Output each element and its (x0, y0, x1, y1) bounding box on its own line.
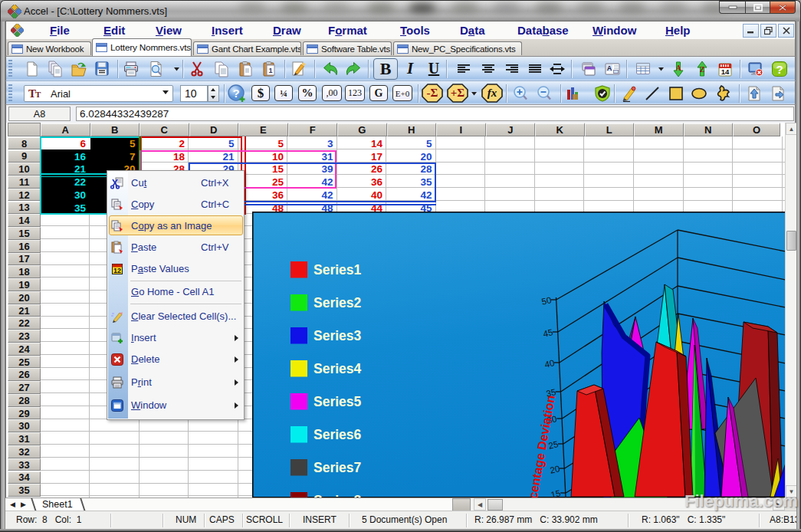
svg-text:Series2: Series2 (314, 295, 362, 310)
svg-text:Series3: Series3 (314, 328, 362, 343)
svg-text:A: A (675, 64, 681, 72)
svg-text:Series1: Series1 (314, 262, 362, 277)
svg-text:Z: Z (700, 65, 705, 74)
svg-text:Series4: Series4 (314, 361, 362, 376)
svg-text:Series5: Series5 (314, 394, 362, 409)
svg-text:?: ? (776, 63, 783, 76)
svg-text:15: 15 (550, 488, 561, 498)
svg-text:12: 12 (113, 267, 121, 274)
svg-text:A: A (607, 64, 612, 72)
svg-text:14: 14 (721, 67, 730, 76)
svg-text:Series6: Series6 (314, 427, 362, 442)
svg-text:Series8: Series8 (314, 493, 362, 498)
svg-text:?: ? (232, 87, 239, 100)
svg-text:1: 1 (268, 67, 272, 74)
svg-text:Series7: Series7 (314, 460, 361, 475)
